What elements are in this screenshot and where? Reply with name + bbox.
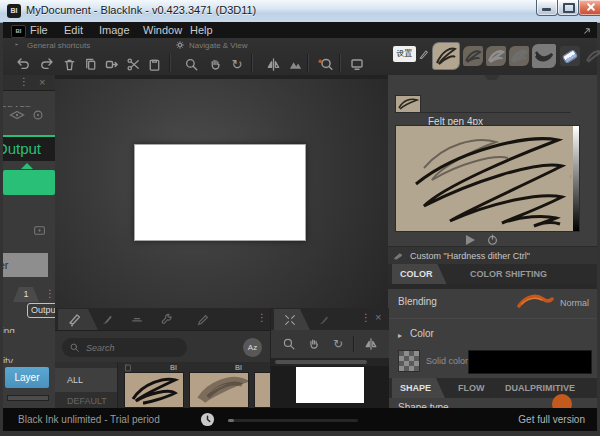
scrollbar-handle[interactable] — [275, 360, 367, 364]
snapshot-icon[interactable] — [33, 225, 46, 236]
nav-pan-button[interactable] — [304, 334, 324, 354]
cut-button[interactable] — [123, 54, 143, 74]
flip-horizontal-icon — [364, 337, 378, 351]
panel-close-icon[interactable]: × — [39, 77, 45, 88]
nav-rotate-button[interactable]: ↻ — [328, 334, 348, 354]
delete-button[interactable] — [59, 54, 79, 74]
sort-az-button[interactable]: Az — [243, 338, 262, 357]
layers-menu-icon[interactable]: ⋮ — [45, 289, 55, 299]
layer-blending-label: Blending — [3, 321, 55, 333]
navigator-panel: ⋮ × ↻ — [270, 308, 389, 408]
preview-play-button[interactable] — [466, 235, 475, 245]
navigator-scrollbar[interactable] — [271, 358, 389, 366]
menu-window[interactable]: Window — [143, 24, 182, 36]
menu-help[interactable]: Help — [190, 24, 213, 36]
preview-power-button[interactable] — [486, 233, 499, 246]
library-tab-3[interactable] — [127, 310, 147, 330]
brush-preset-selected[interactable] — [433, 43, 459, 69]
nav-zoom-button[interactable] — [279, 334, 299, 354]
tab-color[interactable]: COLOR — [392, 264, 447, 284]
library-tab-5[interactable] — [193, 310, 213, 330]
layer-button[interactable]: Layer — [5, 367, 49, 388]
brush-mini-thumbnail[interactable] — [395, 95, 421, 113]
blending-value[interactable]: Normal — [560, 298, 589, 308]
output-node-body[interactable] — [3, 170, 55, 195]
node-eye-icon[interactable] — [9, 109, 25, 121]
library-menu-icon[interactable]: ⋮ — [257, 313, 267, 323]
brush-preset-7[interactable] — [584, 46, 600, 66]
menu-edit[interactable]: Edit — [64, 24, 83, 36]
pan-tool-button[interactable] — [205, 54, 225, 74]
paste-button[interactable] — [144, 54, 164, 74]
panel-menu-icon[interactable]: ⋮ — [19, 77, 29, 87]
layers-scroll-handle[interactable] — [7, 395, 49, 401]
navigator-canvas-thumbnail[interactable] — [296, 367, 364, 403]
close-button[interactable] — [578, 0, 600, 16]
reset-zoom-button[interactable] — [315, 54, 335, 74]
brush-thumbnail-2[interactable] — [189, 372, 249, 408]
color-section-label[interactable]: Color — [410, 328, 434, 339]
blending-mode-icon[interactable] — [516, 291, 554, 311]
solid-color-swatch[interactable] — [468, 350, 592, 374]
view-mode-button[interactable] — [285, 54, 305, 74]
fullscreen-button[interactable] — [347, 54, 367, 74]
nav-flip-button[interactable] — [361, 334, 381, 354]
category-default[interactable]: DEFAULT — [55, 396, 107, 406]
brush-thumbnail-1[interactable] — [124, 372, 184, 408]
navigator-preview[interactable] — [271, 366, 389, 408]
duplicate-button[interactable] — [80, 54, 100, 74]
tab-color-shifting[interactable]: COLOR SHIFTING — [470, 264, 547, 284]
app-menu-icon[interactable]: BI — [11, 25, 26, 38]
eraser-preset[interactable] — [560, 46, 580, 66]
menu-file[interactable]: File — [30, 24, 48, 36]
search-bar[interactable] — [62, 338, 187, 357]
shape-type-swatch[interactable] — [552, 394, 572, 408]
rotate-view-button[interactable]: ↻ — [227, 54, 247, 74]
brush-preset-4[interactable] — [509, 46, 529, 66]
maximize-button[interactable] — [557, 0, 579, 16]
brush-settings-button[interactable]: 设置 — [393, 46, 416, 62]
library-tab-2[interactable] — [97, 310, 117, 330]
brush-preset-5[interactable] — [532, 44, 556, 68]
search-input[interactable] — [84, 342, 178, 354]
color-mode-checker-icon[interactable] — [398, 350, 420, 372]
title-bar[interactable]: BI MyDocument - BlackInk - v0.423.3471 (… — [0, 0, 600, 23]
library-tab-4[interactable] — [157, 310, 177, 330]
navigator-close-icon[interactable]: × — [375, 312, 381, 323]
brush-stroke-preview[interactable]: ‹ — [395, 125, 580, 232]
merge-button[interactable] — [102, 54, 122, 74]
category-all[interactable]: ALL — [55, 368, 117, 392]
brush-thumbnail-3-partial[interactable] — [254, 372, 270, 408]
output-node-title[interactable]: Output — [3, 137, 55, 161]
node-generator-icon[interactable] — [31, 109, 45, 121]
layer-node[interactable]: Layer — [3, 253, 48, 277]
layers-tab-1[interactable]: 1 — [13, 287, 39, 302]
preview-handle-icon[interactable]: ‹ — [569, 172, 572, 181]
color-section-caret-icon[interactable]: ▸ — [398, 331, 402, 340]
brush-preset-3[interactable] — [486, 46, 506, 66]
tab-shape[interactable]: SHAPE — [392, 378, 445, 398]
layer-output-dropdown[interactable]: Output — [27, 303, 55, 318]
navigator-tab-2[interactable] — [313, 310, 333, 330]
brush-preset-2[interactable] — [463, 46, 483, 66]
undo-button[interactable] — [13, 54, 33, 74]
menu-image[interactable]: Image — [99, 24, 130, 36]
panel-collapse-notch[interactable] — [484, 75, 500, 80]
zoom-tool-button[interactable] — [181, 54, 201, 74]
trial-clock-icon — [200, 412, 215, 427]
custom-controller-bar[interactable]: Custom "Hardness dither Ctrl" — [388, 246, 597, 266]
navigator-tab[interactable] — [274, 309, 310, 330]
navigator-menu-icon[interactable]: ⋮ — [361, 313, 371, 323]
brush-edit-icon[interactable] — [418, 47, 430, 61]
node-panel-tab[interactable]: ⋮ × — [3, 75, 55, 91]
flip-view-button[interactable] — [263, 54, 283, 74]
canvas-area[interactable] — [55, 75, 388, 308]
redo-button[interactable] — [37, 54, 57, 74]
get-full-version-link[interactable]: Get full version — [518, 414, 585, 425]
minimize-button[interactable] — [536, 0, 558, 16]
brush-settings-panel: Felt pen 4px ‹ Custom "Hardness dither C… — [388, 75, 597, 408]
collapse-arrow-icon[interactable] — [581, 25, 593, 37]
library-tab-brushes[interactable] — [58, 309, 98, 330]
document-canvas[interactable] — [134, 144, 306, 241]
tab-flow[interactable]: FLOW — [458, 378, 485, 398]
